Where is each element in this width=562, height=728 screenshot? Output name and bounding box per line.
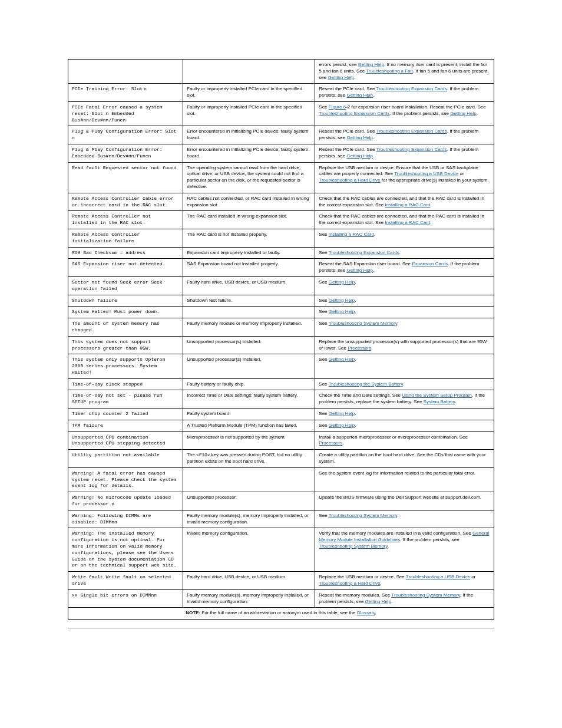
cause-cell: Faulty hard drive, USB device, or USB me… <box>183 572 315 590</box>
cross-reference-link[interactable]: Processors <box>319 440 342 446</box>
cross-reference-link[interactable]: Troubleshooting Expansion Cards <box>329 250 399 255</box>
cross-reference-link[interactable]: Getting Help <box>329 411 355 416</box>
cross-reference-link[interactable]: Troubleshooting Expansion Cards <box>376 86 447 91</box>
cross-reference-link[interactable]: Getting Help <box>365 599 391 604</box>
cause-cell: Faulty or improperly installed PCIe card… <box>183 84 315 102</box>
message-cell: System Halted! Must power down. <box>68 307 183 318</box>
cause-cell: Faulty memory module(s), memory improper… <box>183 589 315 608</box>
message-cell: Sector not found Seek error Seek operati… <box>68 276 183 295</box>
cross-reference-link[interactable]: Troubleshooting System Memory <box>329 513 398 518</box>
cross-reference-link[interactable]: Getting Help <box>329 279 355 285</box>
cross-reference-link[interactable]: General Memory Module Installation Guide… <box>319 531 489 542</box>
cross-reference-link[interactable]: Troubleshooting Expansion Cards <box>376 147 447 152</box>
cross-reference-link[interactable]: Getting Help <box>329 357 355 362</box>
action-cell: errors persist, see Getting Help. If no … <box>315 60 494 84</box>
table-row: System Halted! Must power down.See Getti… <box>68 307 494 318</box>
cross-reference-link[interactable]: Figure 6 <box>329 104 346 110</box>
cross-reference-link[interactable]: Troubleshooting Expansion Cards <box>319 111 389 116</box>
cross-reference-link[interactable]: Using the System Setup Program <box>402 393 472 398</box>
cross-reference-link[interactable]: Getting Help <box>328 75 353 80</box>
cause-cell: Unsupported processor(s) installed. <box>183 354 315 378</box>
cause-cell: Error encountered in initializing PCIe d… <box>183 144 315 162</box>
message-cell: Remote Access Controller cable error or … <box>68 193 183 211</box>
cross-reference-link[interactable]: Troubleshooting a Fan <box>366 68 413 74</box>
table-row: Warning! No microcode update loaded for … <box>68 492 494 510</box>
cause-cell <box>183 60 315 84</box>
footer-rule <box>68 628 494 628</box>
table-row: Plug & Play Configuration Error: Slot nE… <box>68 126 494 144</box>
cross-reference-link[interactable]: Installing a RAC Card <box>385 220 430 225</box>
cross-reference-link[interactable]: Getting Help <box>346 135 372 140</box>
cross-reference-link[interactable]: Troubleshooting a Hard Drive <box>319 177 380 183</box>
cross-reference-link[interactable]: Installing a RAC Card <box>385 202 430 207</box>
message-cell: TPM failure <box>68 420 183 431</box>
cross-reference-link[interactable]: Getting Help <box>346 268 372 273</box>
table-row: Remote Access Controller not installed i… <box>68 211 494 229</box>
cause-cell: Error encountered in initializing PCIe d… <box>183 126 315 144</box>
message-text: Sector not found Seek error Seek operati… <box>72 279 163 291</box>
cause-cell: Incorrect Time or Date settings; faulty … <box>183 390 315 409</box>
cross-reference-link[interactable]: Expansion Cards <box>412 261 448 266</box>
cross-reference-link[interactable]: Troubleshooting a USB Device <box>394 171 458 176</box>
cross-reference-link[interactable]: Getting Help <box>358 62 384 67</box>
message-text: This system only supports Opteron 2000 s… <box>72 357 165 375</box>
table-row: PCIe Fatal Error caused a system reset: … <box>68 101 494 126</box>
cause-cell <box>183 307 315 318</box>
table-row: Plug & Play Configuration Error: Embedde… <box>68 144 494 162</box>
cross-reference-link[interactable]: Processors <box>348 345 371 351</box>
message-cell: PCIe Fatal Error caused a system reset: … <box>68 101 183 126</box>
message-cell: The amount of system memory has changed. <box>68 318 183 337</box>
cross-reference-link[interactable]: Troubleshooting System Memory <box>391 592 460 598</box>
cross-reference-link[interactable]: Troubleshooting System Memory <box>319 543 388 549</box>
action-cell: See Installing a RAC Card. <box>315 229 494 247</box>
message-cell: Write fault Write fault on selected driv… <box>68 572 183 590</box>
message-cell: Read fault Requested sector not found <box>68 162 183 193</box>
cause-cell: Unsupported processor. <box>183 492 315 510</box>
action-cell: Reseat the SAS Expansion riser board. Se… <box>315 259 494 277</box>
cause-cell: Shutdown test failure. <box>183 295 315 307</box>
action-cell: Install a supported microprocessor or mi… <box>315 431 494 450</box>
action-cell: Check that the RAC cables are connected,… <box>315 211 494 229</box>
message-cell: xx Single bit errors on DIMMnn <box>68 589 183 608</box>
message-cell: Shutdown failure <box>68 295 183 307</box>
message-text: System Halted! Must power down. <box>72 309 160 314</box>
message-text: Warning: The installed memory configurat… <box>72 531 177 568</box>
cross-reference-link[interactable]: Getting Help <box>346 153 372 159</box>
cross-reference-link[interactable]: Troubleshooting a Hard Drive <box>319 581 380 586</box>
cross-reference-link[interactable]: Troubleshooting the System Battery <box>329 381 403 387</box>
cross-reference-link[interactable]: Getting Help <box>329 423 355 428</box>
action-cell: Reseat the memory modules. See Troublesh… <box>315 589 494 608</box>
message-text: Read fault Requested sector not found <box>72 165 177 170</box>
message-cell: Plug & Play Configuration Error: Embedde… <box>68 144 183 162</box>
cross-reference-link[interactable]: Getting Help <box>329 298 355 303</box>
cross-reference-link[interactable]: Troubleshooting Expansion Cards <box>376 129 447 134</box>
table-row: Warning: Following DIMMs are disabled: D… <box>68 510 494 528</box>
action-cell: Replace the unsupported processor(s) wit… <box>315 336 494 354</box>
table-row: Timer chip counter 2 failedFaulty system… <box>68 409 494 420</box>
message-text: xx Single bit errors on DIMMnn <box>72 592 157 598</box>
action-cell: See Troubleshooting Expansion Cards. <box>315 247 494 259</box>
cross-reference-link[interactable]: Troubleshooting a USB Device <box>406 574 470 579</box>
action-cell: Verify that the memory modules are insta… <box>315 528 494 572</box>
cross-reference-link[interactable]: Getting Help <box>450 111 476 116</box>
action-cell: Check that the RAC cables are connected,… <box>315 193 494 211</box>
table-row: xx Single bit errors on DIMMnnFaulty mem… <box>68 589 494 608</box>
table-row: ROM Bad Checksum = addressExpansion card… <box>68 247 494 259</box>
cross-reference-link[interactable]: System Battery <box>424 399 455 404</box>
cause-cell: Invalid memory configuration. <box>183 528 315 572</box>
cross-reference-link[interactable]: Getting Help <box>346 93 372 98</box>
message-text: TPM failure <box>72 423 103 428</box>
message-cell: Utility partition not available <box>68 450 183 468</box>
message-cell: Warning! No microcode update loaded for … <box>68 492 183 510</box>
message-text: Warning! A fatal error has caused system… <box>72 470 177 489</box>
table-row: Unsupported CPU combination Unsupported … <box>68 431 494 450</box>
cross-reference-link[interactable]: Troubleshooting System Memory <box>329 321 398 326</box>
note-row: NOTE: For the full name of an abbreviati… <box>68 608 494 620</box>
cross-reference-link[interactable]: Getting Help <box>329 309 355 314</box>
cross-reference-link[interactable]: Installing a RAC Card <box>329 232 374 237</box>
message-text: SAS Expansion riser not detected. <box>72 261 165 266</box>
message-cell: PCIe Training Error: Slot n <box>68 84 183 102</box>
glossary-link[interactable]: Glossary <box>357 610 375 615</box>
table-row: Remote Access Controller initialization … <box>68 229 494 247</box>
document-page: errors persist, see Getting Help. If no … <box>0 0 562 652</box>
